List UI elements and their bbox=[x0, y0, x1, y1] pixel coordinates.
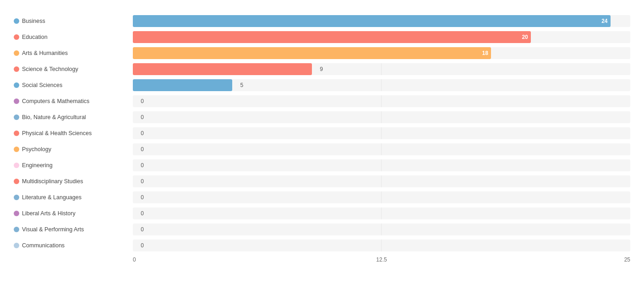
bar-label-text: Psychology bbox=[22, 146, 51, 153]
bar-container: 0 bbox=[133, 143, 630, 155]
bar-row: Literature & Languages0 bbox=[14, 190, 630, 205]
bar-value: 0 bbox=[141, 194, 144, 201]
bar-container: 24 bbox=[133, 15, 630, 27]
bar-container: 0 bbox=[133, 127, 630, 139]
bar-row: Visual & Performing Arts0 bbox=[14, 222, 630, 237]
bar-label-text: Business bbox=[22, 18, 45, 24]
chart-area: Business24Education20Arts & Humanities18… bbox=[14, 14, 630, 253]
bar-fill: 24 bbox=[133, 15, 611, 27]
bar-label-text: Multidisciplinary Studies bbox=[22, 178, 83, 185]
bar-container: 9 bbox=[133, 63, 630, 75]
bar-label-text: Social Sciences bbox=[22, 82, 62, 88]
bar-label-wrap: Business bbox=[14, 18, 133, 24]
bar-container: 0 bbox=[133, 191, 630, 203]
bar-fill: 20 bbox=[133, 31, 531, 43]
bar-container: 5 bbox=[133, 79, 630, 91]
bar-label-wrap: Visual & Performing Arts bbox=[14, 226, 133, 233]
bar-value: 0 bbox=[141, 146, 144, 153]
bar-label-wrap: Science & Technology bbox=[14, 66, 133, 72]
bar-label-wrap: Physical & Health Sciences bbox=[14, 130, 133, 136]
bar-dot bbox=[14, 34, 19, 40]
bar-container: 0 bbox=[133, 224, 630, 235]
bar-fill: 9 bbox=[133, 63, 312, 75]
bar-label-text: Bio, Nature & Agricultural bbox=[22, 114, 86, 120]
bar-value: 24 bbox=[601, 18, 607, 24]
bar-row: Arts & Humanities18 bbox=[14, 46, 630, 60]
bar-label-text: Science & Technology bbox=[22, 66, 78, 72]
bar-container: 0 bbox=[133, 95, 630, 107]
bar-label-text: Visual & Performing Arts bbox=[22, 226, 84, 233]
bar-value: 0 bbox=[141, 162, 144, 169]
bar-dot bbox=[14, 66, 19, 72]
bar-container: 18 bbox=[133, 47, 630, 59]
x-tick: 25 bbox=[464, 256, 630, 263]
bar-label-wrap: Bio, Nature & Agricultural bbox=[14, 114, 133, 120]
bar-dot bbox=[14, 179, 19, 184]
bar-dot bbox=[14, 195, 19, 200]
bar-label-text: Arts & Humanities bbox=[22, 50, 68, 56]
x-axis: 012.525 bbox=[133, 256, 630, 263]
bar-value: 5 bbox=[240, 82, 244, 88]
bar-label-wrap: Social Sciences bbox=[14, 82, 133, 88]
bar-dot bbox=[14, 18, 19, 24]
bar-container: 0 bbox=[133, 207, 630, 219]
bar-row: Bio, Nature & Agricultural0 bbox=[14, 110, 630, 125]
bar-row: Physical & Health Sciences0 bbox=[14, 126, 630, 141]
bar-row: Business24 bbox=[14, 14, 630, 28]
bar-label-text: Education bbox=[22, 34, 48, 40]
bar-label-wrap: Computers & Mathematics bbox=[14, 98, 133, 104]
bar-dot bbox=[14, 163, 19, 168]
bar-value: 0 bbox=[141, 178, 144, 185]
bar-dot bbox=[14, 82, 19, 88]
bar-dot bbox=[14, 227, 19, 232]
bar-container: 0 bbox=[133, 159, 630, 171]
bar-value: 0 bbox=[141, 98, 144, 104]
bar-label-text: Physical & Health Sciences bbox=[22, 130, 92, 136]
x-tick: 0 bbox=[133, 256, 299, 263]
bar-row: Psychology0 bbox=[14, 142, 630, 157]
bar-container: 0 bbox=[133, 175, 630, 187]
bar-label-wrap: Education bbox=[14, 34, 133, 40]
bar-value: 20 bbox=[522, 34, 528, 40]
bar-value: 0 bbox=[141, 242, 144, 249]
bar-row: Liberal Arts & History0 bbox=[14, 206, 630, 221]
bar-row: Communications0 bbox=[14, 238, 630, 253]
bar-row: Science & Technology9 bbox=[14, 62, 630, 76]
bar-label-text: Liberal Arts & History bbox=[22, 210, 76, 217]
bar-label-wrap: Engineering bbox=[14, 162, 133, 169]
bar-label-wrap: Communications bbox=[14, 242, 133, 249]
bar-dot bbox=[14, 147, 19, 152]
bar-container: 0 bbox=[133, 240, 630, 251]
bar-value: 0 bbox=[141, 210, 144, 217]
bar-dot bbox=[14, 211, 19, 216]
bar-label-text: Literature & Languages bbox=[22, 194, 82, 201]
bar-value: 0 bbox=[141, 114, 144, 120]
bar-value: 9 bbox=[320, 66, 323, 72]
bar-dot bbox=[14, 131, 19, 136]
bar-row: Social Sciences5 bbox=[14, 78, 630, 93]
bar-label-text: Communications bbox=[22, 242, 65, 249]
bar-value: 18 bbox=[482, 50, 488, 56]
bar-dot bbox=[14, 50, 19, 56]
bar-value: 0 bbox=[141, 130, 144, 136]
bar-label-wrap: Psychology bbox=[14, 146, 133, 153]
bar-row: Engineering0 bbox=[14, 158, 630, 173]
bar-label-text: Computers & Mathematics bbox=[22, 98, 89, 104]
bar-fill: 18 bbox=[133, 47, 491, 59]
x-tick: 12.5 bbox=[299, 256, 464, 263]
bar-container: 0 bbox=[133, 111, 630, 123]
bar-dot bbox=[14, 243, 19, 248]
bar-value: 0 bbox=[141, 226, 144, 233]
bar-fill: 5 bbox=[133, 79, 232, 91]
bar-label-wrap: Liberal Arts & History bbox=[14, 210, 133, 217]
bar-dot bbox=[14, 98, 19, 104]
bar-dot bbox=[14, 115, 19, 120]
bar-row: Education20 bbox=[14, 30, 630, 44]
bar-row: Computers & Mathematics0 bbox=[14, 94, 630, 109]
bar-label-wrap: Multidisciplinary Studies bbox=[14, 178, 133, 185]
bar-label-wrap: Arts & Humanities bbox=[14, 50, 133, 56]
bar-row: Multidisciplinary Studies0 bbox=[14, 174, 630, 189]
bar-container: 20 bbox=[133, 31, 630, 43]
bar-label-wrap: Literature & Languages bbox=[14, 194, 133, 201]
bar-label-text: Engineering bbox=[22, 162, 53, 169]
